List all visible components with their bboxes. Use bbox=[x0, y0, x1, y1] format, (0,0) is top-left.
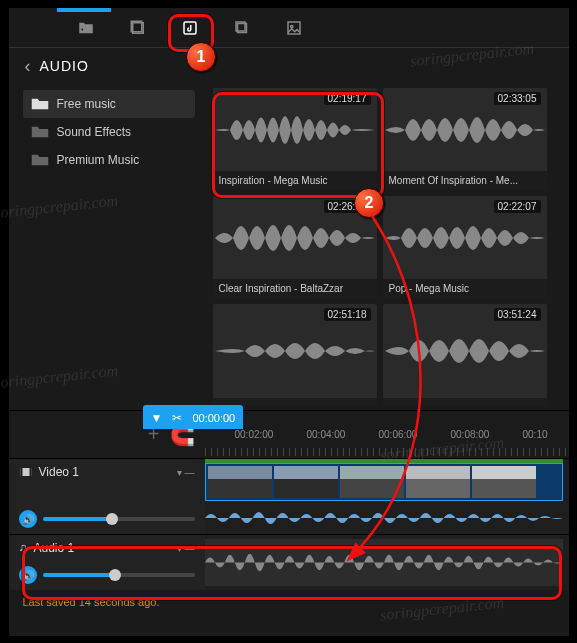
svg-rect-9 bbox=[20, 468, 22, 476]
video-track-header[interactable]: Video 1 ▾ — 🔊 bbox=[9, 459, 205, 534]
clip-duration: 02:22:07 bbox=[494, 200, 541, 213]
video-track-body[interactable] bbox=[205, 459, 569, 534]
sidebar-item-label: Premium Music bbox=[57, 153, 140, 167]
tab-templates[interactable] bbox=[116, 12, 160, 44]
volume-icon[interactable]: 🔊 bbox=[19, 566, 37, 584]
scissors-icon: ✂ bbox=[172, 411, 182, 425]
tab-audio[interactable] bbox=[168, 12, 212, 44]
tab-images[interactable] bbox=[272, 12, 316, 44]
sidebar-item-label: Sound Effects bbox=[57, 125, 132, 139]
sidebar-item-premium-music[interactable]: Premium Music bbox=[23, 146, 195, 174]
volume-slider[interactable] bbox=[43, 517, 195, 521]
track-label: Audio 1 bbox=[34, 541, 75, 555]
sidebar-item-sound-effects[interactable]: Sound Effects bbox=[23, 118, 195, 146]
status-text: Last saved 14 seconds ago. bbox=[23, 596, 160, 608]
tab-overlays[interactable] bbox=[220, 12, 264, 44]
audio-track-body[interactable] bbox=[205, 535, 569, 590]
status-bar: Last saved 14 seconds ago. bbox=[9, 590, 569, 614]
clip-title: Pop - Mega Music bbox=[383, 279, 547, 298]
marker-icon: ▼ bbox=[151, 411, 163, 425]
clip-duration: 03:51:24 bbox=[494, 308, 541, 321]
video-track: Video 1 ▾ — 🔊 bbox=[9, 458, 569, 534]
volume-slider[interactable] bbox=[43, 573, 195, 577]
annotation-badge-1: 1 bbox=[186, 42, 216, 72]
annotation-badge-2: 2 bbox=[354, 188, 384, 218]
clip-title: Moment Of Inspiration - Me... bbox=[383, 171, 547, 190]
audio-clip[interactable]: 02:22:07 Pop - Mega Music bbox=[383, 196, 547, 298]
track-label: Video 1 bbox=[39, 465, 79, 479]
panel-header[interactable]: ‹ AUDIO bbox=[9, 48, 569, 84]
clip-title bbox=[383, 398, 547, 406]
audio-track-header[interactable]: ♫ Audio 1 ▾ — 🔊 bbox=[9, 535, 205, 590]
music-note-icon: ♫ bbox=[19, 541, 28, 555]
audio-clip[interactable]: 03:51:24 bbox=[383, 304, 547, 406]
chevron-down-icon[interactable]: ▾ — bbox=[177, 543, 195, 554]
clip-duration: 02:51:18 bbox=[324, 308, 371, 321]
clip-title: Clear Inspiration - BaltaZzar bbox=[213, 279, 377, 298]
sidebar-item-label: Free music bbox=[57, 97, 116, 111]
audio-clip-grid: 02:19:17 Inspiration - Mega Music 02:33:… bbox=[209, 84, 569, 410]
audio-sidebar: Free music Sound Effects Premium Music bbox=[9, 84, 209, 410]
svg-point-7 bbox=[290, 25, 292, 27]
audio-track: ♫ Audio 1 ▾ — 🔊 bbox=[9, 534, 569, 590]
clip-duration: 02:33:05 bbox=[494, 92, 541, 105]
svg-point-0 bbox=[81, 28, 83, 30]
clip-duration: 02:19:17 bbox=[324, 92, 371, 105]
audio-clip[interactable]: 02:51:18 bbox=[213, 304, 377, 406]
sidebar-item-free-music[interactable]: Free music bbox=[23, 90, 195, 118]
audio-clip[interactable]: 02:19:17 Inspiration - Mega Music bbox=[213, 88, 377, 190]
panel-title: AUDIO bbox=[40, 58, 89, 74]
chevron-down-icon[interactable]: ▾ — bbox=[177, 467, 195, 478]
tab-media[interactable] bbox=[64, 12, 108, 44]
chevron-left-icon: ‹ bbox=[25, 56, 32, 77]
clip-title: Inspiration - Mega Music bbox=[213, 171, 377, 190]
video-icon bbox=[19, 465, 33, 479]
svg-rect-10 bbox=[29, 468, 31, 476]
volume-icon[interactable]: 🔊 bbox=[19, 510, 37, 528]
svg-rect-6 bbox=[288, 22, 300, 34]
timeline-toolbar: + 🧲 ▼ ✂ 00:00:00 00:02:00 00:04:00 00:06… bbox=[9, 410, 569, 458]
audio-clip[interactable]: 02:33:05 Moment Of Inspiration - Me... bbox=[383, 88, 547, 190]
audio-clip[interactable]: 02:26:21 Clear Inspiration - BaltaZzar bbox=[213, 196, 377, 298]
video-clip[interactable] bbox=[205, 463, 563, 501]
top-tab-bar bbox=[9, 8, 569, 48]
